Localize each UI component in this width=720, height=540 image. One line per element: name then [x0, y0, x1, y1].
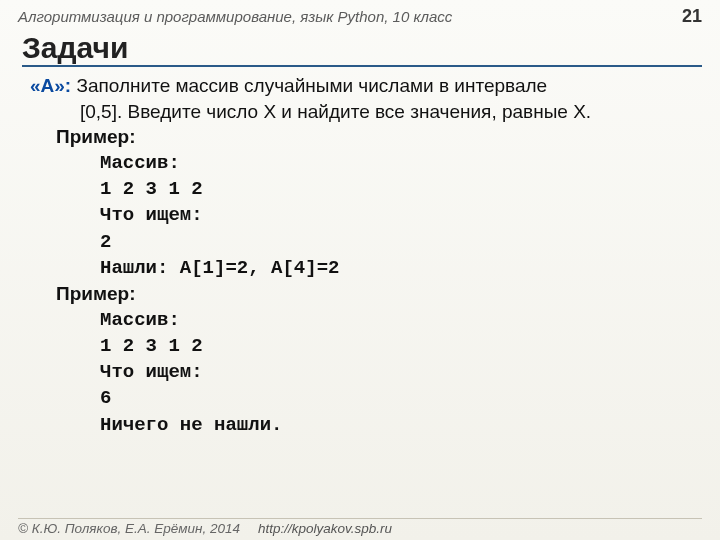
course-title: Алгоритмизация и программирование, язык … [18, 8, 452, 25]
example1-label-text: Пример: [56, 126, 136, 147]
task-label: «A»: [30, 75, 71, 96]
task-text-1: Заполните массив случайными числами в ин… [76, 75, 547, 96]
example2-label-text: Пример: [56, 283, 136, 304]
footer: © К.Ю. Поляков, Е.А. Ерёмин, 2014 http:/… [18, 518, 702, 536]
slide: Алгоритмизация и программирование, язык … [0, 0, 720, 540]
ex1-search-value: 2 [100, 229, 690, 255]
task-text-2: [0,5]. Введите число X и найдите все зна… [30, 99, 690, 125]
header: Алгоритмизация и программирование, язык … [0, 0, 720, 29]
ex2-search-value: 6 [100, 385, 690, 411]
page-number: 21 [682, 6, 702, 27]
ex1-result: Нашли: A[1]=2, A[4]=2 [100, 255, 690, 281]
ex2-array-values: 1 2 3 1 2 [100, 333, 690, 359]
ex2-result: Ничего не нашли. [100, 412, 690, 438]
ex2-search-label: Что ищем: [100, 359, 690, 385]
footer-url: http://kpolyakov.spb.ru [258, 521, 392, 536]
example1-label: Пример: [30, 124, 690, 150]
task-line1: «A»: Заполните массив случайными числами… [30, 73, 690, 99]
footer-copyright: © К.Ю. Поляков, Е.А. Ерёмин, 2014 [18, 521, 240, 536]
title-row: Задачи [22, 31, 702, 67]
ex2-array-label: Массив: [100, 307, 690, 333]
ex1-array-values: 1 2 3 1 2 [100, 176, 690, 202]
page-title: Задачи [22, 31, 702, 65]
ex1-search-label: Что ищем: [100, 202, 690, 228]
example2-label: Пример: [30, 281, 690, 307]
ex1-array-label: Массив: [100, 150, 690, 176]
example2-block: Массив: 1 2 3 1 2 Что ищем: 6 Ничего не … [30, 307, 690, 438]
content: «A»: Заполните массив случайными числами… [0, 67, 720, 438]
example1-block: Массив: 1 2 3 1 2 Что ищем: 2 Нашли: A[1… [30, 150, 690, 281]
